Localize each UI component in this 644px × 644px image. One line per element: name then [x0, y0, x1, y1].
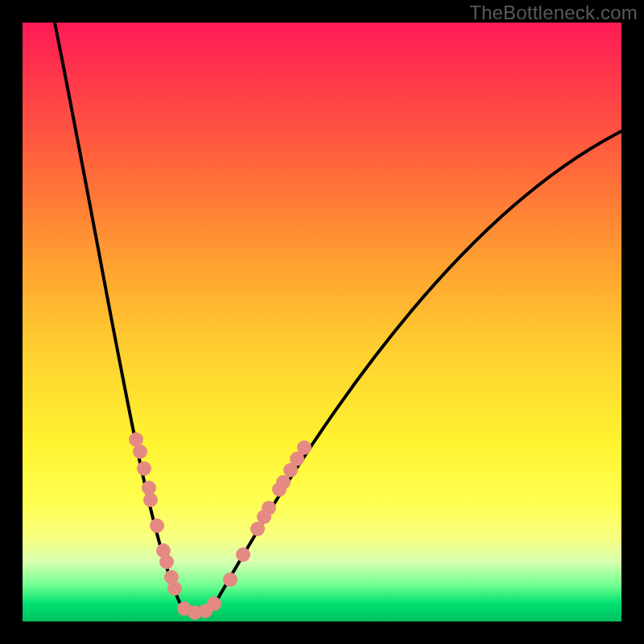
data-marker [207, 597, 221, 611]
data-marker [143, 493, 158, 507]
bottleneck-curve [55, 23, 621, 613]
chart-svg [23, 23, 621, 621]
data-marker [276, 475, 291, 489]
data-marker [133, 444, 147, 459]
data-marker [150, 518, 164, 533]
data-marker [167, 581, 182, 596]
data-marker [297, 440, 312, 455]
data-marker [137, 461, 151, 476]
data-marker [262, 501, 276, 515]
data-marker [159, 555, 174, 569]
data-marker [236, 547, 250, 562]
watermark-text: TheBottleneck.com [469, 2, 638, 24]
data-marker [223, 572, 237, 587]
